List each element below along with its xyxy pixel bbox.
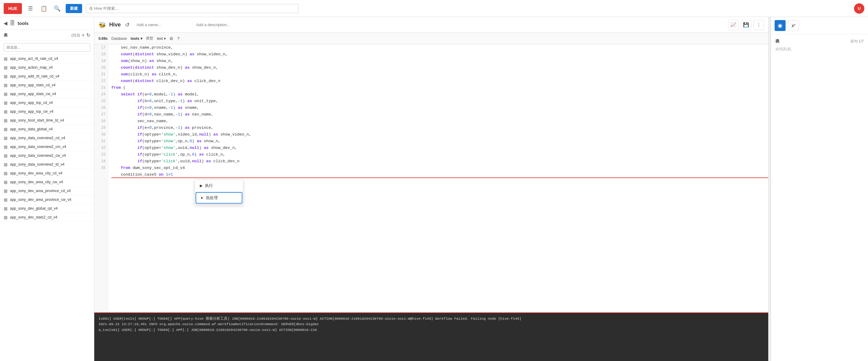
- code-line[interactable]: count(distinct show_dev_n) as show_dev_n…: [111, 64, 768, 71]
- add-table-button[interactable]: +: [82, 33, 85, 38]
- search-icon-btn[interactable]: 🔍: [52, 4, 62, 13]
- sidebar-list-item[interactable]: ▦app_sony_app_stats_cw_v4: [0, 90, 94, 98]
- type-arrow-icon: ▾: [164, 36, 166, 41]
- log-line: a_tools01] USER[-] GROUP[-] TOKEN[-] APP…: [98, 327, 764, 333]
- chart-button[interactable]: 📈: [728, 20, 738, 30]
- sidebar-list-item[interactable]: ▦app_sony_dev_global_rpt_v4: [0, 204, 94, 213]
- search-input[interactable]: [86, 4, 299, 13]
- code-line[interactable]: if(optype='show',op_n,0) as show_n,: [111, 138, 768, 145]
- sidebar-list-item[interactable]: ▦app_sony_data_overview2_td_v4: [0, 160, 94, 169]
- line-number: 21: [94, 71, 108, 78]
- line-number: 26: [94, 104, 108, 111]
- right-panel-section: 表 语句 1/7 未找到表。: [771, 34, 868, 56]
- database-value: tools: [130, 36, 139, 41]
- more-options-button[interactable]: ⋮: [754, 20, 764, 30]
- code-line[interactable]: sum(click_n) as click_n,: [111, 71, 768, 78]
- sidebar-tables-header: 表 (313) + ↻: [0, 30, 94, 41]
- user-avatar[interactable]: U: [854, 3, 864, 14]
- execution-time: 0.69s: [98, 36, 108, 41]
- error-code-line[interactable]: condition_case5 on 1=1: [111, 171, 768, 178]
- line-number: 28: [94, 118, 108, 125]
- editor-toolbar: 🐝 Hive ↺ 📈 💾 ⋮: [94, 17, 768, 33]
- sidebar-list-item[interactable]: ▦app_sony_add_rtt_rate_cd_v4: [0, 72, 94, 81]
- code-content[interactable]: sec_nav_name,province, count(distinct sh…: [108, 44, 768, 313]
- code-line[interactable]: if(optype='show',uuid,null) as show_dev_…: [111, 145, 768, 151]
- code-line[interactable]: if(e=0,province,-1) as province,: [111, 125, 768, 131]
- vertical-divider[interactable]: [768, 17, 771, 361]
- sidebar-list-item[interactable]: ▦app_sony_app_top_cw_v4: [0, 107, 94, 116]
- code-line[interactable]: if(d=0,nav_name,-1) as nav_name,: [111, 111, 768, 118]
- query-desc-input[interactable]: [193, 20, 725, 30]
- refresh-tables-button[interactable]: ↻: [86, 32, 90, 38]
- sidebar-list-item[interactable]: ▦app_sony_dev_area_city_cw_v4: [0, 178, 94, 187]
- sidebar-list-item[interactable]: ▦app_sony_dev_area_province_cw_v4: [0, 195, 94, 204]
- sidebar-list-item[interactable]: ▦app_sony_data_global_v4: [0, 125, 94, 134]
- save-button[interactable]: 💾: [741, 20, 751, 30]
- type-label: 类型: [146, 36, 153, 41]
- table-name: app_sony_app_top_cw_v4: [10, 109, 54, 113]
- line-number: 31: [94, 138, 108, 145]
- code-line[interactable]: if(optype='click',op_n,0) as click_n,: [111, 151, 768, 158]
- sidebar-list-item[interactable]: ▦app_sony_boot_start_time_td_v4: [0, 116, 94, 125]
- assist-button[interactable]: ◉: [775, 20, 785, 31]
- sidebar-header: ◀ 🗄 tools: [0, 17, 94, 30]
- table-icon: ▦: [4, 144, 8, 149]
- table-icon: ▦: [4, 206, 8, 211]
- files-icon-btn[interactable]: 📋: [39, 4, 49, 13]
- query-name-input[interactable]: [134, 20, 190, 30]
- menu-icon-btn[interactable]: ☰: [26, 4, 35, 13]
- code-line[interactable]: sec_nav_name,: [111, 118, 768, 125]
- code-line[interactable]: count(distinct show_video_n) as show_vid…: [111, 51, 768, 58]
- table-name: app_sony_data_overview2_cm_v4: [10, 145, 66, 149]
- table-icon: ▦: [4, 100, 8, 105]
- undo-button[interactable]: ↺: [124, 20, 131, 30]
- table-name: app_sony_dev_area_province_cw_v4: [10, 198, 71, 202]
- code-line[interactable]: count(distinct click_dev_n) as click_dev…: [111, 78, 768, 85]
- sidebar-list-item[interactable]: ▦app_sony_data_overview2_cm_v4: [0, 142, 94, 151]
- sidebar-list-item[interactable]: ▦app_sony_dev_area_province_cd_v4: [0, 187, 94, 195]
- x2-button[interactable]: x²: [788, 20, 799, 31]
- type-select[interactable]: text ▾: [157, 36, 166, 41]
- code-line[interactable]: select if(a=0,model,-1) as model,: [111, 91, 768, 98]
- code-line[interactable]: if(optype='show',video_id,null) as show_…: [111, 131, 768, 138]
- line-number: 17: [94, 44, 108, 51]
- line-number: 24: [94, 91, 108, 98]
- code-line[interactable]: from dwm_sony_sec_opt_cd_v4: [111, 165, 768, 171]
- line-number: 20: [94, 64, 108, 71]
- table-name: app_sony_data_global_v4: [10, 127, 53, 131]
- top-bar: HUE ☰ 📋 🔍 新建 U: [0, 0, 868, 17]
- code-editor[interactable]: 17181920212223242526272829303132333435 s…: [94, 44, 768, 313]
- table-name: app_sony_app_stats_cw_v4: [10, 92, 56, 96]
- table-name: app_sony_dev_area_city_cw_v4: [10, 180, 63, 184]
- batch-menu-item[interactable]: ➤ 批处理: [195, 192, 242, 204]
- code-line[interactable]: from (: [111, 85, 768, 91]
- table-name: app_sony_dev_area_province_cd_v4: [10, 189, 70, 193]
- table-icon: ▦: [4, 171, 8, 176]
- sidebar-list-item[interactable]: ▦app_sony_act_rtt_rate_cd_v4: [0, 55, 94, 63]
- batch-icon: ➤: [200, 196, 204, 200]
- code-line[interactable]: if(b=0,unit_type,-1) as unit_type,: [111, 98, 768, 104]
- help-icon-button[interactable]: ?: [177, 36, 180, 41]
- filter-input[interactable]: [4, 43, 90, 52]
- code-line[interactable]: sum(show_n) as show_n,: [111, 58, 768, 64]
- table-icon: ▦: [4, 56, 8, 61]
- code-line[interactable]: if(c=0,vname,-1) as vname,: [111, 104, 768, 111]
- sidebar-list-item[interactable]: ▦app_sony_dev_area_city_cd_v4: [0, 169, 94, 178]
- sidebar-list-item[interactable]: ▦app_sony_data_overview2_cw_v4: [0, 151, 94, 160]
- new-button[interactable]: 新建: [66, 4, 82, 13]
- sidebar-list-item[interactable]: ▦app_sony_app_stats_cd_v4: [0, 81, 94, 90]
- table-name: app_sony_action_map_v4: [10, 65, 53, 70]
- database-select[interactable]: tools ▾: [130, 36, 142, 41]
- sidebar-list-item[interactable]: ▦app_sony_action_map_v4: [0, 63, 94, 72]
- sidebar-list-item[interactable]: ▦app_sony_app_top_cd_v4: [0, 98, 94, 107]
- code-line[interactable]: if(optype='click',uuid,null) as click_de…: [111, 158, 768, 165]
- sidebar-back-button[interactable]: ◀: [4, 20, 7, 26]
- context-menu: ▶ 执行 ➤ 批处理: [195, 179, 243, 204]
- sidebar-list-item[interactable]: ▦app_sony_dev_stats2_cd_v4: [0, 213, 94, 222]
- settings-icon-button[interactable]: ⚙: [169, 36, 173, 41]
- code-line[interactable]: sec_nav_name,province,: [111, 44, 768, 51]
- code-lines: 17181920212223242526272829303132333435 s…: [94, 44, 768, 313]
- hive-icon: 🐝: [98, 21, 106, 29]
- sidebar-list-item[interactable]: ▦app_sony_data_overview2_cd_v4: [0, 134, 94, 142]
- execute-menu-item[interactable]: ▶ 执行: [195, 180, 243, 191]
